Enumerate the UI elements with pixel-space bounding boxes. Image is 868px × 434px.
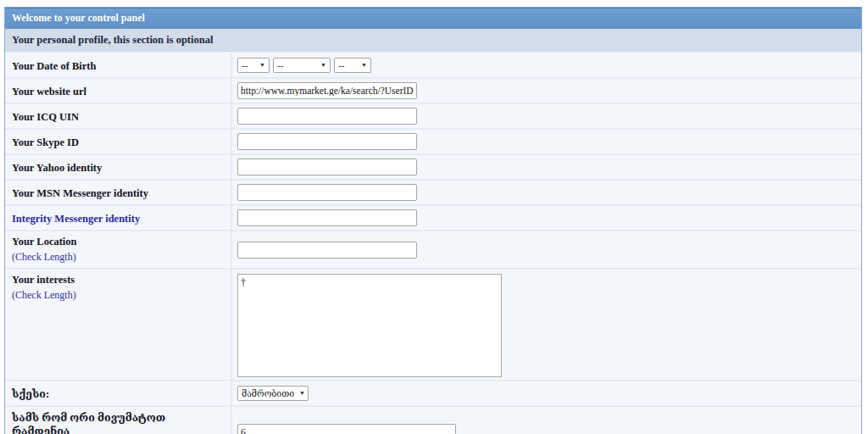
row-website-url: Your website url xyxy=(5,79,861,104)
panel-header: Welcome to your control panel xyxy=(5,8,861,29)
captcha-question-label: სამს რომ ორი მივუმატოთ რამდენია xyxy=(12,411,224,434)
section-title: Your personal profile, this section is o… xyxy=(12,34,213,46)
dob-day-value: -- xyxy=(242,60,248,70)
section-header: Your personal profile, this section is o… xyxy=(5,29,861,53)
location-label: Your Location xyxy=(12,236,224,248)
chevron-down-icon: ▼ xyxy=(299,390,305,397)
integrity-input[interactable] xyxy=(237,209,417,226)
dob-month-select[interactable]: -- ▼ xyxy=(273,58,331,73)
chevron-down-icon: ▼ xyxy=(259,62,265,69)
interests-label: Your interests xyxy=(12,274,224,287)
row-gender: სქესი: მამრობითი ▼ xyxy=(5,381,861,407)
row-interests: Your interests (Check Length) † xyxy=(5,270,861,381)
gender-select[interactable]: მამრობითი ▼ xyxy=(237,386,309,401)
website-url-input[interactable] xyxy=(237,82,417,99)
captcha-answer-input[interactable] xyxy=(237,424,456,434)
chevron-down-icon: ▼ xyxy=(320,62,326,69)
msn-input[interactable] xyxy=(237,184,417,201)
icq-input[interactable] xyxy=(237,108,417,125)
row-skype: Your Skype ID xyxy=(5,130,861,155)
row-date-of-birth: Your Date of Birth -- ▼ -- ▼ -- ▼ xyxy=(5,53,861,79)
control-panel: Welcome to your control panel Your perso… xyxy=(4,7,862,434)
yahoo-label: Your Yahoo identity xyxy=(12,162,102,174)
dob-label: Your Date of Birth xyxy=(12,60,96,72)
skype-label: Your Skype ID xyxy=(12,136,79,148)
yahoo-input[interactable] xyxy=(237,159,417,175)
msn-label: Your MSN Messenger identity xyxy=(12,187,148,199)
skype-input[interactable] xyxy=(237,133,417,150)
panel-title: Welcome to your control panel xyxy=(12,12,145,24)
dob-year-value: -- xyxy=(338,60,344,70)
row-location: Your Location (Check Length) xyxy=(5,231,861,270)
icq-label: Your ICQ UIN xyxy=(12,111,79,123)
website-label: Your website url xyxy=(12,86,86,97)
row-icq: Your ICQ UIN xyxy=(5,104,861,130)
dob-month-value: -- xyxy=(277,60,283,70)
row-yahoo: Your Yahoo identity xyxy=(5,155,861,181)
row-captcha: სამს რომ ორი მივუმატოთ რამდენია უნდა ჩაწ… xyxy=(5,407,861,434)
row-integrity-messenger: Integrity Messenger identity xyxy=(5,206,861,231)
chevron-down-icon: ▼ xyxy=(361,62,367,69)
gender-selected-value: მამრობითი xyxy=(242,388,294,398)
location-input[interactable] xyxy=(237,242,417,259)
dob-year-select[interactable]: -- ▼ xyxy=(334,58,371,73)
integrity-label: Integrity Messenger identity xyxy=(12,213,140,225)
interests-check-length-link[interactable]: (Check Length) xyxy=(12,289,76,301)
location-check-length-link[interactable]: (Check Length) xyxy=(12,251,76,263)
dob-day-select[interactable]: -- ▼ xyxy=(237,58,270,73)
gender-label: სქესი: xyxy=(12,388,49,400)
interests-textarea[interactable]: † xyxy=(237,274,502,377)
row-msn: Your MSN Messenger identity xyxy=(5,181,861,206)
